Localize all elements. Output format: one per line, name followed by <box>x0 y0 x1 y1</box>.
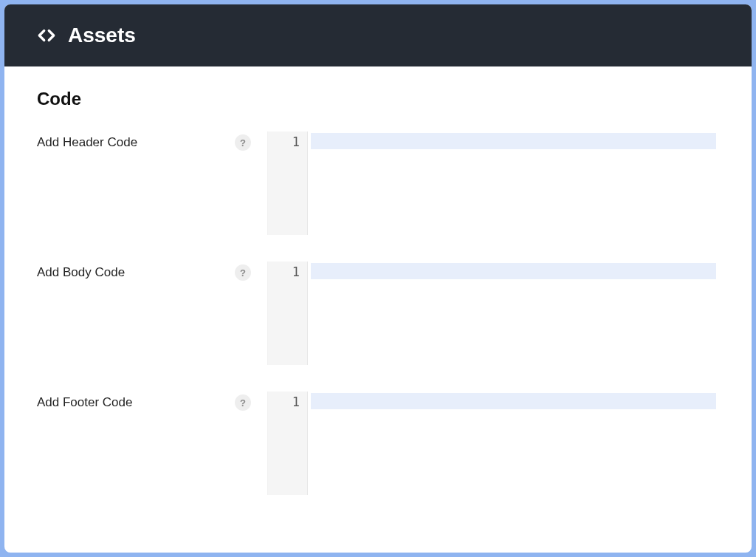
assets-panel: Assets Code Add Header Code ? 1 <box>4 4 752 553</box>
field-row-body-code: Add Body Code ? 1 <box>37 262 719 365</box>
field-label-wrap: Add Footer Code ? <box>37 392 251 411</box>
code-editor-body: 1 <box>267 262 719 365</box>
code-area <box>308 131 719 235</box>
help-icon[interactable]: ? <box>235 394 251 411</box>
code-gutter: 1 <box>268 262 308 365</box>
line-number: 1 <box>268 264 300 279</box>
footer-code-input[interactable] <box>308 392 719 495</box>
panel-title: Assets <box>68 24 136 47</box>
line-number: 1 <box>268 394 300 409</box>
field-label: Add Footer Code <box>37 395 227 410</box>
code-gutter: 1 <box>268 392 308 495</box>
code-area <box>308 262 719 365</box>
code-area <box>308 392 719 495</box>
body-code-input[interactable] <box>308 262 719 365</box>
help-icon[interactable]: ? <box>235 134 251 151</box>
section-title: Code <box>37 89 719 109</box>
code-gutter: 1 <box>268 131 308 235</box>
field-label: Add Body Code <box>37 265 227 280</box>
line-number: 1 <box>268 134 300 149</box>
code-editor-header: 1 <box>267 131 719 235</box>
code-editor-footer: 1 <box>267 392 719 495</box>
field-row-header-code: Add Header Code ? 1 <box>37 131 719 235</box>
panel-header: Assets <box>4 4 752 66</box>
header-code-input[interactable] <box>308 131 719 235</box>
code-icon <box>37 26 56 45</box>
panel-content: Code Add Header Code ? 1 Add Body Code <box>4 66 752 553</box>
help-icon[interactable]: ? <box>235 264 251 281</box>
field-label-wrap: Add Body Code ? <box>37 262 251 281</box>
field-row-footer-code: Add Footer Code ? 1 <box>37 392 719 495</box>
field-label: Add Header Code <box>37 135 227 150</box>
field-label-wrap: Add Header Code ? <box>37 131 251 151</box>
